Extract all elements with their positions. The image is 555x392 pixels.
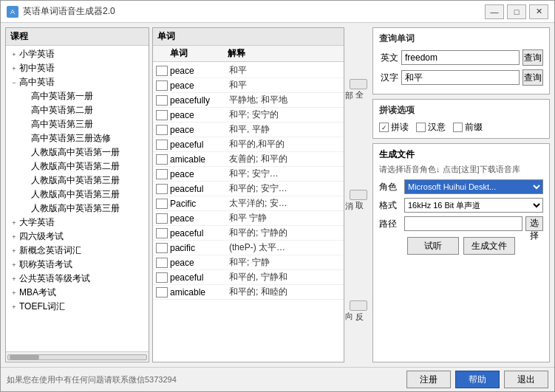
word-row[interactable]: pacific (theP-) 太平… <box>153 241 344 255</box>
tree-expand-daxue[interactable]: + <box>9 218 19 228</box>
maximize-button[interactable]: □ <box>507 4 526 19</box>
word-row[interactable]: peace 和平; 安宁的 <box>153 108 344 123</box>
tree-item-sijiliu[interactable]: +四六级考试 <box>6 230 149 244</box>
tree-expand-sijiliu[interactable]: + <box>9 232 19 242</box>
en-query-input[interactable] <box>401 50 520 65</box>
word-row[interactable]: amicable 和平的; 和睦的 <box>153 285 344 300</box>
tree-item-r3[interactable]: 人教版高中英语第三册 <box>6 173 149 188</box>
word-row[interactable]: peaceful 和平的; 安宁… <box>153 182 344 196</box>
select-all-button[interactable]: 全部选择 <box>350 79 367 89</box>
tree-item-xiaoxue[interactable]: +小学英语 <box>6 47 149 61</box>
path-select-button[interactable]: 选择 <box>525 216 543 231</box>
word-checkbox-9[interactable] <box>156 199 168 209</box>
word-row[interactable]: peaceful 和平的,和平的 <box>153 137 344 152</box>
word-en-5: peaceful <box>170 140 229 150</box>
tree-expand-gaozhong[interactable]: − <box>9 78 19 88</box>
word-checkbox-15[interactable] <box>156 287 168 298</box>
word-en-9: Pacific <box>170 199 229 209</box>
hanzi-checkbox[interactable] <box>416 123 426 132</box>
register-button[interactable]: 注册 <box>406 371 451 388</box>
generate-file-button[interactable]: 生成文件 <box>463 237 515 255</box>
tree-item-r2[interactable]: 人教版高中英语第二册 <box>6 159 149 173</box>
word-row[interactable]: amicable 友善的; 和平的 <box>153 152 344 167</box>
tree-label-g2: 高中英语第二册 <box>31 104 93 117</box>
word-checkbox-3[interactable] <box>156 110 168 120</box>
word-row[interactable]: peace 和平 宁静 <box>153 211 344 226</box>
tree-expand-xingainian[interactable]: + <box>9 246 19 256</box>
word-checkbox-8[interactable] <box>156 184 168 194</box>
tree-item-r1[interactable]: 人教版高中英语第一册 <box>6 145 149 159</box>
tree-expand-zhicheng[interactable]: + <box>9 260 19 270</box>
word-row[interactable]: peace 和平; 宁静 <box>153 255 344 270</box>
role-select[interactable]: Microsoft Huihui Deskt... Microsoft Zira… <box>404 179 543 194</box>
tree-item-toefl[interactable]: +TOEFL词汇 <box>6 300 149 314</box>
path-input[interactable] <box>404 216 522 231</box>
listen-button[interactable]: 试听 <box>407 237 459 255</box>
qiancui-checkbox[interactable] <box>453 123 463 132</box>
word-checkbox-0[interactable] <box>156 66 168 76</box>
word-row[interactable]: peace 和平; 安宁… <box>153 167 344 182</box>
tree-expand-chuzhong[interactable]: + <box>9 63 19 74</box>
tree-item-g1[interactable]: 高中英语第一册 <box>6 89 149 103</box>
qiancui-label: 前缀 <box>465 121 483 134</box>
word-en-10: peace <box>170 213 229 224</box>
tree-item-mba[interactable]: +MBA考试 <box>6 286 149 300</box>
word-row[interactable]: Pacific 太平洋的; 安… <box>153 196 344 211</box>
word-row[interactable]: peace 和平, 平静 <box>153 123 344 137</box>
word-checkbox-4[interactable] <box>156 125 168 135</box>
tree-item-gonggong[interactable]: +公共英语等级考试 <box>6 272 149 286</box>
word-row[interactable]: peacefully 平静地; 和平地 <box>153 93 344 108</box>
words-table[interactable]: peace 和平 peace 和平 peacefully 平静地; 和平地 pe… <box>153 62 344 362</box>
hanzi-checkbox-item[interactable]: 汉意 <box>416 121 446 134</box>
minimize-button[interactable]: — <box>485 4 504 19</box>
exit-button[interactable]: 退出 <box>504 371 548 388</box>
word-checkbox-11[interactable] <box>156 228 168 238</box>
word-row[interactable]: peaceful 和平的, 宁静和 <box>153 270 344 285</box>
tree-item-daxue[interactable]: +大学英语 <box>6 216 149 230</box>
tree-item-r3b[interactable]: 人教版高中英语第三册 <box>6 188 149 202</box>
word-checkbox-2[interactable] <box>156 95 168 106</box>
tree-item-xingainian[interactable]: +新概念英语词汇 <box>6 244 149 258</box>
invert-select-button[interactable]: 反向选择 <box>350 300 367 311</box>
tree-expand-gonggong[interactable]: + <box>9 274 19 284</box>
help-button[interactable]: 帮助 <box>455 371 500 388</box>
word-row[interactable]: peaceful 和平的; 宁静的 <box>153 226 344 241</box>
word-en-15: amicable <box>170 287 229 298</box>
tree-item-r3c[interactable]: 人教版高中英语第三册 <box>6 202 149 216</box>
word-checkbox-6[interactable] <box>156 154 168 165</box>
word-checkbox-1[interactable] <box>156 80 168 91</box>
tree-item-g3[interactable]: 高中英语第三册 <box>6 117 149 131</box>
word-cn-3: 和平; 安宁的 <box>229 109 341 121</box>
col-word-header: 单词 <box>156 47 228 60</box>
pindu-checkbox[interactable]: ✓ <box>379 123 389 132</box>
pindu-checkbox-item[interactable]: ✓ 拼读 <box>379 121 409 134</box>
word-row[interactable]: peace 和平 <box>153 78 344 93</box>
tree-item-gaozhong[interactable]: −高中英语 <box>6 75 149 89</box>
word-checkbox-7[interactable] <box>156 169 168 179</box>
tree-item-g2[interactable]: 高中英语第二册 <box>6 103 149 117</box>
qiancui-checkbox-item[interactable]: 前缀 <box>453 121 483 134</box>
cn-query-button[interactable]: 查询 <box>522 69 543 86</box>
word-row[interactable]: peace 和平 <box>153 63 344 78</box>
en-query-button[interactable]: 查询 <box>522 49 543 66</box>
cn-query-input[interactable] <box>401 70 520 85</box>
word-checkbox-12[interactable] <box>156 243 168 253</box>
word-checkbox-10[interactable] <box>156 213 168 224</box>
tree-item-g3x[interactable]: 高中英语第三册选修 <box>6 131 149 145</box>
word-checkbox-5[interactable] <box>156 140 168 150</box>
course-tree[interactable]: +小学英语+初中英语−高中英语 高中英语第一册 高中英语第二册 高中英语第三册 … <box>6 46 149 351</box>
word-checkbox-13[interactable] <box>156 258 168 268</box>
tree-item-zhicheng[interactable]: +职称英语考试 <box>6 258 149 272</box>
word-checkbox-14[interactable] <box>156 272 168 283</box>
scroll-track[interactable] <box>7 354 147 360</box>
tree-expand-xiaoxue[interactable]: + <box>9 49 19 60</box>
format-select[interactable]: 16kHz 16 Bit 单声道 <box>404 198 543 213</box>
tree-expand-toefl[interactable]: + <box>9 302 19 312</box>
tree-expand-mba[interactable]: + <box>9 288 19 298</box>
tree-spacer-g3x <box>21 134 31 144</box>
scroll-thumb <box>10 355 39 360</box>
deselect-button[interactable]: 取消选择 <box>350 190 367 200</box>
tree-item-chuzhong[interactable]: +初中英语 <box>6 61 149 75</box>
close-button[interactable]: ✕ <box>529 4 548 19</box>
horizontal-scrollbar[interactable] <box>6 351 149 362</box>
